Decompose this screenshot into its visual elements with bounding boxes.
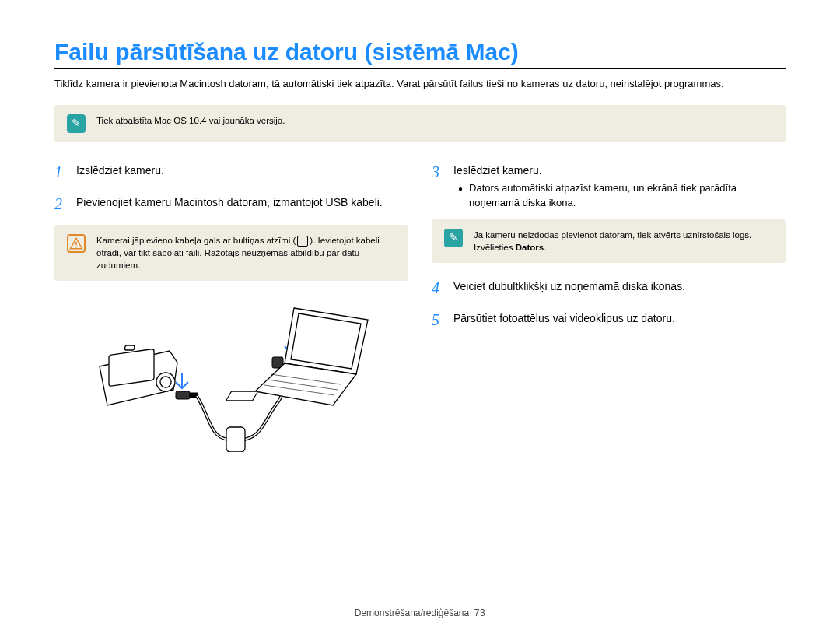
step-number: 3 bbox=[432, 161, 446, 210]
step-5: 5 Pārsūtiet fotoattēlus vai videoklipus … bbox=[432, 309, 786, 331]
step-number: 4 bbox=[432, 277, 446, 299]
warning-icon bbox=[67, 234, 86, 253]
svg-point-1 bbox=[75, 247, 77, 248]
svg-rect-2 bbox=[109, 349, 154, 387]
warning-box: Kamerai jāpievieno kabeļa gals ar bultiņ… bbox=[54, 225, 408, 281]
svg-point-4 bbox=[160, 377, 171, 387]
step-number: 5 bbox=[432, 309, 446, 331]
page-footer: Demonstrēšana/rediģēšana 73 bbox=[0, 608, 840, 618]
step-1: 1 Izslēdziet kameru. bbox=[54, 161, 408, 184]
step-text: Pārsūtiet fotoattēlus vai videoklipus uz… bbox=[453, 309, 786, 331]
note-box-right-text: Ja kameru neizdodas pievienot datoram, t… bbox=[474, 229, 773, 254]
step-text: Pievienojiet kameru Macintosh datoram, i… bbox=[76, 193, 408, 215]
step-text: Ieslēdziet kameru. bbox=[453, 164, 542, 177]
step-2: 2 Pievienojiet kameru Macintosh datoram,… bbox=[54, 193, 408, 215]
step-3-sub: ● Dators automātiski atpazīst kameru, un… bbox=[458, 181, 786, 209]
intro-text: Tiklīdz kamera ir pievienota Macintosh d… bbox=[54, 77, 786, 91]
step-3: 3 Ieslēdziet kameru. ● Dators automātisk… bbox=[432, 161, 786, 210]
connection-illustration bbox=[54, 296, 408, 452]
svg-rect-5 bbox=[124, 345, 135, 350]
info-icon: ✎ bbox=[67, 114, 86, 133]
right-column: 3 Ieslēdziet kameru. ● Dators automātisk… bbox=[432, 161, 786, 452]
svg-rect-9 bbox=[226, 427, 245, 452]
step-number: 2 bbox=[54, 193, 68, 215]
bullet-icon: ● bbox=[458, 181, 463, 209]
sub-bullet-text: Dators automātiski atpazīst kameru, un e… bbox=[469, 181, 786, 209]
svg-rect-6 bbox=[176, 391, 190, 399]
svg-rect-15 bbox=[226, 391, 257, 401]
step-text: Veiciet dubultklikšķi uz noņemamā diska … bbox=[453, 277, 786, 299]
page-title: Failu pārsūtīšana uz datoru (sistēmā Mac… bbox=[54, 39, 786, 69]
arrow-up-icon: ↑ bbox=[297, 236, 308, 247]
step-number: 1 bbox=[54, 161, 68, 184]
note-box-top-text: Tiek atbalstīta Mac OS 10.4 vai jaunāka … bbox=[96, 114, 285, 127]
footer-section: Demonstrēšana/rediģēšana bbox=[355, 608, 469, 618]
footer-page-number: 73 bbox=[474, 608, 485, 618]
step-4: 4 Veiciet dubultklikšķi uz noņemamā disk… bbox=[432, 277, 786, 299]
note-box-top: ✎ Tiek atbalstīta Mac OS 10.4 vai jaunāk… bbox=[54, 105, 786, 142]
left-column: 1 Izslēdziet kameru. 2 Pievienojiet kame… bbox=[54, 161, 408, 452]
warning-text: Kamerai jāpievieno kabeļa gals ar bultiņ… bbox=[96, 234, 396, 271]
info-icon: ✎ bbox=[444, 229, 463, 247]
note-box-right: ✎ Ja kameru neizdodas pievienot datoram,… bbox=[432, 219, 786, 263]
step-text: Izslēdziet kameru. bbox=[76, 161, 408, 184]
